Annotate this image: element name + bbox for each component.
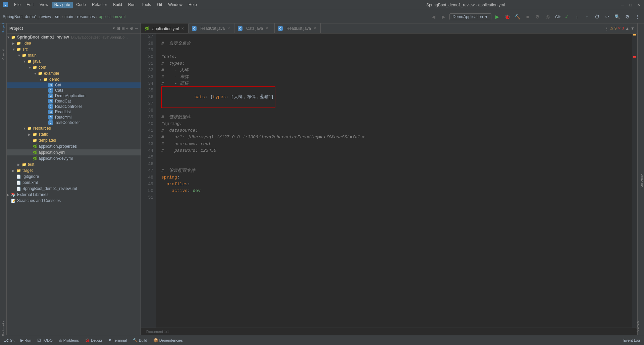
tab-more-icon[interactable]: ⋮ [605,26,609,31]
dependencies-bottom-btn[interactable]: 📦 Dependencies [151,337,185,343]
build-bottom-btn[interactable]: 🔨 Build [130,337,150,343]
tree-item-com[interactable]: ▼ 📁 com [7,64,141,70]
breadcrumb-resources[interactable]: resources [77,14,95,19]
tree-item-app-properties[interactable]: 🌿 application.properties [7,143,141,149]
git-bottom-btn[interactable]: ⎇ Git [1,337,17,343]
tree-item-scratches[interactable]: 📝 Scratches and Consoles [7,198,141,204]
minimize-button[interactable]: ─ [620,2,625,8]
run-button[interactable]: ▶ [493,13,501,21]
collapse-all-icon[interactable]: ⊟ [121,26,125,31]
menu-navigate[interactable]: Navigate [52,2,73,8]
tree-item-resources[interactable]: ▼ 📁 resources [7,125,141,131]
forward-button[interactable]: ▶ [439,13,447,21]
profile-button[interactable]: ⚙ [534,13,542,21]
collapse-editor-icon[interactable]: ▼ [631,26,635,31]
more-button[interactable]: ⋮ [633,13,641,21]
menu-help[interactable]: Help [186,2,200,8]
panel-settings-icon[interactable]: ⚙ [130,26,133,31]
coverage-button[interactable]: ◎ [544,13,552,21]
menu-view[interactable]: View [37,2,51,8]
tree-item-gitignore[interactable]: 📄 .gitignore [7,174,141,180]
tree-item-testcontroller[interactable]: C TestController [7,120,141,125]
menu-git[interactable]: Git [154,2,165,8]
git-push-button[interactable]: ↑ [583,13,591,21]
tab-cats-java[interactable]: C Cats.java ✕ [234,23,275,33]
tab-close-cats[interactable]: ✕ [265,26,269,31]
git-commit-button[interactable]: ✓ [563,13,571,21]
git-revert-button[interactable]: ↩ [603,13,611,21]
tree-item-iml[interactable]: 📄 SpringBoot_demo1_review.iml [7,186,141,192]
error-count[interactable]: ✕ 3 [618,26,624,30]
tree-item-main[interactable]: ▼ 📁 main [7,52,141,58]
debug-bottom-btn[interactable]: 🐞 Debug [82,337,104,343]
panel-minimize-icon[interactable]: ─ [135,26,138,31]
tree-item-java[interactable]: ▼ 📁 java [7,58,141,64]
project-panel-icon[interactable]: Project [0,25,6,31]
scroll-from-source-icon[interactable]: ⌖ [126,26,128,31]
menu-refactor[interactable]: Refactor [89,2,110,8]
tab-application-yml[interactable]: 🌿 application.yml ✕ [141,23,189,33]
tree-item-readcat[interactable]: C ReadCat [7,98,141,104]
git-update-button[interactable]: ↓ [573,13,581,21]
tree-item-templates[interactable]: 📁 templates [7,137,141,143]
tree-item-demo[interactable]: ▼ 📁 demo [7,76,141,82]
tree-item-demoapplication[interactable]: C DemoApplication [7,93,141,98]
maximize-button[interactable]: □ [628,2,633,8]
line-num-47: 47 [142,167,153,174]
tree-item-readcontroller[interactable]: C ReadController [7,104,141,109]
warning-count[interactable]: ⚠ 9 [610,26,616,30]
back-button[interactable]: ◀ [429,13,437,21]
breadcrumb-file[interactable]: application.yml [99,14,125,19]
settings-button[interactable]: ⚙ [623,13,631,21]
menu-build[interactable]: Build [110,2,125,8]
tab-readcat-java[interactable]: C ReadCat.java ✕ [189,23,234,33]
debug-button[interactable]: 🐞 [503,13,512,21]
problems-bottom-btn[interactable]: ⚠ Problems [56,337,82,343]
tree-item-readlist[interactable]: C ReadList [7,109,141,115]
close-button[interactable]: ✕ [636,2,641,8]
todo-bottom-btn[interactable]: ☑ TODO [35,337,55,343]
tree-item-example[interactable]: ▼ 📁 example [7,70,141,76]
tree-item-cats[interactable]: C Cats [7,88,141,93]
tab-readlist-java[interactable]: C ReadList.java ✕ [275,23,321,33]
tree-item-static[interactable]: ▶ 📁 static [7,131,141,137]
event-log-btn[interactable]: Event Log [621,338,643,343]
project-dropdown[interactable]: ▼ [112,26,116,30]
terminal-bottom-btn[interactable]: ▼ Terminal [105,337,129,343]
search-button[interactable]: 🔍 [613,13,621,21]
breadcrumb-project[interactable]: SpringBoot_demo1_review [3,14,51,19]
tree-item-extlibs[interactable]: ▶ 📚 External Libraries [7,192,141,198]
menu-window[interactable]: Window [165,2,185,8]
code-editor[interactable]: # 自定义集合 #cats: # types: # - 大橘 # - 布偶 # … [156,33,632,328]
tab-close-readlist[interactable]: ✕ [313,26,317,31]
bookmark-icon[interactable]: Bookmarks [0,326,6,332]
tab-close-readcat[interactable]: ✕ [226,26,231,31]
tree-item-target[interactable]: ▶ 📁 target [7,167,141,174]
build-button[interactable]: 🔨 [514,13,522,21]
tree-item-app-dev-yml[interactable]: 🌿 application-dev.yml [7,155,141,161]
menu-file[interactable]: File [11,2,23,8]
tree-item-cat[interactable]: C Cat [7,82,141,88]
tree-item-idea[interactable]: ▶ 📁 .idea [7,40,141,46]
structure-panel-label[interactable]: Structure [640,174,644,189]
tree-item-readyml[interactable]: C ReadYml [7,115,141,120]
expand-all-icon[interactable]: ⊞ [117,26,120,31]
tree-item-test[interactable]: ▶ 📁 test [7,161,141,167]
run-config-selector[interactable]: DemoApplication ▼ [449,13,491,20]
menu-code[interactable]: Code [73,2,89,8]
tree-item-root[interactable]: ▼ 📁 SpringBoot_demo1_review D:\Java\code… [7,34,141,40]
breadcrumb-main[interactable]: main [64,14,73,19]
tree-item-pomxml[interactable]: 📄 pom.xml [7,180,141,186]
stop-button[interactable]: ■ [524,13,532,21]
expand-editor-icon[interactable]: ▲ [625,26,629,31]
tree-item-src[interactable]: ▼ 📁 src [7,46,141,52]
commit-icon[interactable]: Commit [0,52,6,58]
tree-item-app-yml[interactable]: 🌿 application.yml [7,149,141,155]
breadcrumb-src[interactable]: src [55,14,60,19]
menu-edit[interactable]: Edit [24,2,36,8]
run-bottom-btn[interactable]: ▶ Run [18,337,34,343]
menu-run[interactable]: Run [125,2,138,8]
menu-tools[interactable]: Tools [139,2,154,8]
git-history-button[interactable]: ⏱ [593,13,601,21]
tab-close-application-yml[interactable]: ✕ [180,26,185,31]
